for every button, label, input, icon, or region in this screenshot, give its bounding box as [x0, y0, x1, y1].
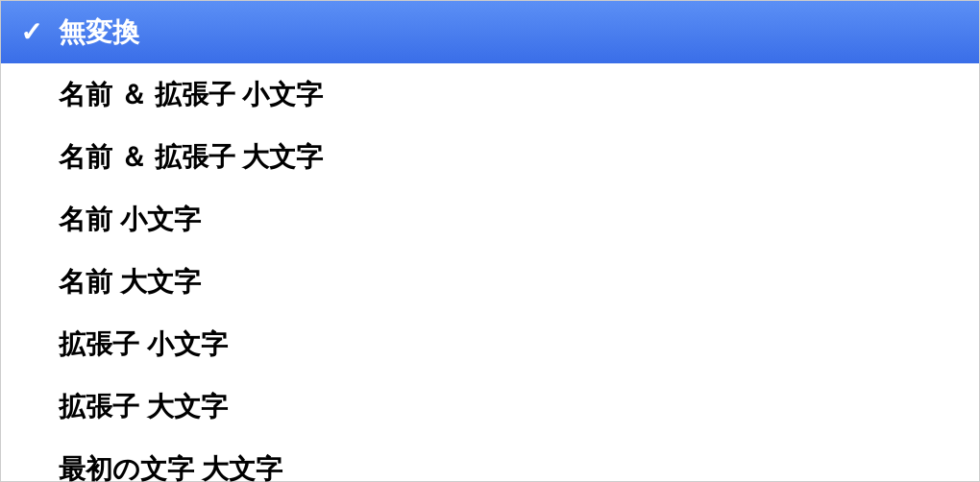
- checkmark-icon: ✓: [20, 16, 55, 48]
- menu-item-label: 最初の文字 大文字: [59, 451, 960, 483]
- menu-item-label: 名前 ＆ 拡張子 小文字: [59, 77, 960, 113]
- menu-item-ext-lower[interactable]: 拡張子 小文字: [1, 313, 979, 375]
- menu-item-name-upper[interactable]: 名前 大文字: [1, 251, 979, 313]
- menu-item-label: 拡張子 大文字: [59, 389, 960, 425]
- menu-item-label: 名前 小文字: [59, 202, 960, 238]
- menu-item-first-char-upper[interactable]: 最初の文字 大文字: [1, 438, 979, 482]
- menu-item-label: 名前 大文字: [59, 264, 960, 301]
- menu-item-label: 名前 ＆ 拡張子 大文字: [59, 139, 960, 176]
- menu-item-name-ext-upper[interactable]: 名前 ＆ 拡張子 大文字: [1, 126, 979, 188]
- menu-list: ✓無変換名前 ＆ 拡張子 小文字名前 ＆ 拡張子 大文字名前 小文字名前 大文字…: [0, 0, 980, 482]
- menu-item-no-change[interactable]: ✓無変換: [1, 1, 979, 63]
- menu-item-label: 無変換: [59, 14, 960, 51]
- menu-item-label: 拡張子 小文字: [59, 326, 960, 363]
- menu-item-name-ext-lower[interactable]: 名前 ＆ 拡張子 小文字: [1, 63, 979, 126]
- menu-item-ext-upper[interactable]: 拡張子 大文字: [1, 375, 979, 438]
- menu-item-name-lower[interactable]: 名前 小文字: [1, 188, 979, 251]
